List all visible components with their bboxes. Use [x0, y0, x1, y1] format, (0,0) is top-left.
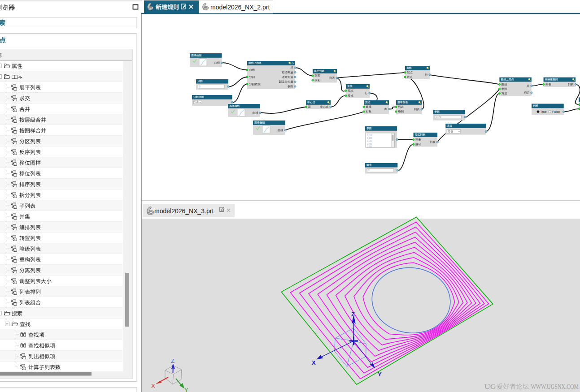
- svg-text:True: True: [541, 110, 547, 113]
- svg-text:model2026_NX_2.prt: model2026_NX_2.prt: [210, 4, 270, 11]
- svg-text:Z: Z: [351, 311, 355, 318]
- svg-text:0.30: 0.30: [367, 139, 372, 142]
- svg-text:Z: Z: [171, 358, 174, 364]
- svg-text:X: X: [151, 383, 155, 389]
- svg-text:Y: Y: [378, 371, 382, 378]
- svg-text:0.10: 0.10: [367, 134, 372, 137]
- svg-text:False: False: [552, 110, 560, 113]
- svg-text:0.70: 0.70: [436, 116, 441, 118]
- svg-text:UG: UG: [484, 383, 496, 390]
- svg-text:0.40: 0.40: [367, 142, 372, 145]
- svg-text:Y: Y: [184, 387, 188, 392]
- svg-text:X: X: [312, 359, 316, 366]
- svg-text:0.20: 0.20: [367, 137, 372, 139]
- svg-text:WWW.UGSNX.COM: WWW.UGSNX.COM: [531, 383, 579, 390]
- svg-text:0.50: 0.50: [367, 145, 372, 148]
- svg-text:model2026_NX_3.prt: model2026_NX_3.prt: [154, 207, 214, 215]
